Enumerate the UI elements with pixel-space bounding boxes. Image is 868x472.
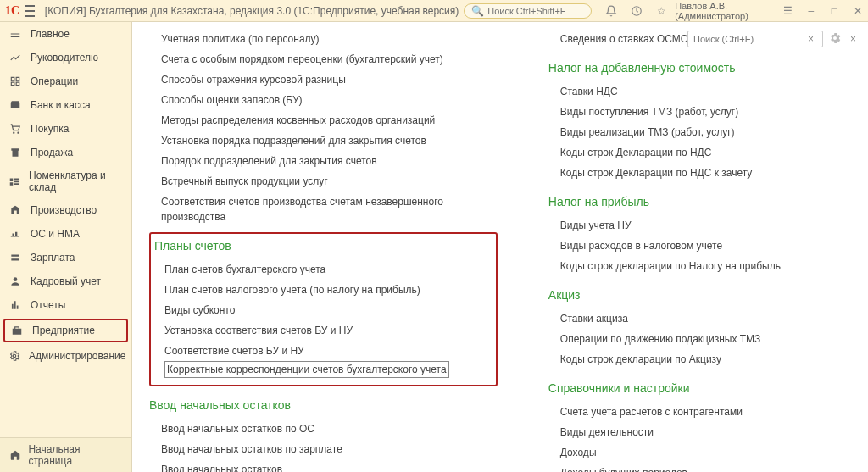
home-icon	[8, 448, 21, 462]
group-title: Акциз	[548, 288, 851, 302]
link[interactable]: Коды строк Декларации по НДС	[548, 142, 851, 163]
link[interactable]: Способы отражения курсовой разницы	[149, 69, 498, 90]
link[interactable]: Методы распределения косвенных расходов …	[149, 110, 498, 130]
link[interactable]: Учетная политика (по персоналу)	[149, 29, 498, 49]
svg-point-2	[18, 132, 19, 133]
nav-label: Руководителю	[31, 52, 98, 64]
link[interactable]: Ввод начальных остатков	[149, 459, 498, 472]
link[interactable]: Виды деятельности	[548, 422, 851, 442]
link[interactable]: Ставки НДС	[548, 81, 851, 102]
close-panel-icon[interactable]: ×	[850, 33, 856, 45]
global-search[interactable]: 🔍	[464, 3, 592, 19]
user-name[interactable]: Павлов А.В. (Администратор)	[675, 1, 769, 21]
link[interactable]: Виды расходов в налоговом учете	[548, 236, 851, 256]
clear-search-icon[interactable]: ×	[804, 33, 817, 45]
nav-icon-2	[8, 75, 22, 88]
content-search-input[interactable]	[693, 34, 804, 44]
group-title: Планы счетов	[154, 239, 491, 253]
link[interactable]: Соответствие счетов БУ и НУ	[153, 341, 491, 361]
nav-icon-10	[8, 275, 22, 288]
link[interactable]: Ввод начальных остатков по зарплате	[149, 439, 498, 459]
nav-item-7[interactable]: Производство	[0, 198, 131, 222]
search-icon: 🔍	[471, 5, 484, 17]
link[interactable]: Ввод начальных остатков по ОС	[149, 419, 498, 439]
link[interactable]: Виды реализации ТМЗ (работ, услуг)	[548, 122, 851, 142]
link[interactable]: Операции по движению подакцизных ТМЗ	[548, 329, 851, 349]
link[interactable]: План счетов бухгалтерского учета	[153, 259, 491, 280]
nav-item-1[interactable]: Руководителю	[0, 46, 131, 69]
nav-item-9[interactable]: Зарплата	[0, 246, 131, 269]
link[interactable]: Доходы	[548, 442, 851, 463]
nav-item-5[interactable]: Продажа	[0, 141, 131, 164]
nav-item-8[interactable]: ОС и НМА	[0, 222, 131, 246]
link[interactable]: Встречный выпуск продукции услуг	[149, 171, 498, 192]
global-search-input[interactable]	[487, 6, 584, 16]
star-icon[interactable]: ☆	[656, 4, 666, 18]
nav-item-4[interactable]: Покупка	[0, 117, 131, 141]
nav-label: Покупка	[31, 123, 69, 135]
history-icon[interactable]	[631, 4, 643, 18]
link[interactable]: Доходы будущих периодов	[548, 463, 851, 472]
link[interactable]: Соответствия счетов производства счетам …	[149, 192, 498, 227]
gear-icon[interactable]	[828, 31, 842, 47]
nav-icon-12	[10, 324, 24, 337]
link[interactable]: Счета учета расчетов с контрагентами	[548, 402, 851, 422]
link[interactable]: Установка порядка подразделений для закр…	[149, 130, 498, 151]
nav-label: Банк и касса	[31, 99, 91, 111]
nav-item-12[interactable]: Предприятие	[3, 319, 128, 342]
nav-label: Отчеты	[31, 299, 65, 311]
home-label: Начальная страница	[28, 443, 123, 467]
svg-point-4	[13, 354, 16, 358]
nav-item-6[interactable]: Номенклатура и склад	[0, 164, 131, 198]
close-window-icon[interactable]: ✕	[853, 4, 863, 18]
nav-icon-1	[8, 51, 22, 64]
minimize-icon[interactable]: –	[806, 4, 816, 18]
link[interactable]: Установка соответствия счетов БУ и НУ	[153, 320, 491, 341]
link[interactable]: План счетов налогового учета (по налогу …	[153, 280, 491, 300]
nav-item-3[interactable]: Банк и касса	[0, 93, 131, 117]
maximize-icon[interactable]: □	[830, 4, 840, 18]
lines-icon[interactable]: ☰	[782, 4, 793, 18]
nav-label: Администрирование	[29, 350, 125, 362]
content-area: × × Учетная политика (по персоналу)Счета…	[132, 22, 868, 472]
nav-item-2[interactable]: Операции	[0, 69, 131, 93]
nav-icon-9	[8, 251, 22, 264]
nav-item-13[interactable]: Администрирование	[0, 344, 131, 368]
nav-item-11[interactable]: Отчеты	[0, 293, 131, 317]
nav-label: Главное	[31, 28, 70, 40]
link[interactable]: Способы оценки запасов (БУ)	[149, 90, 498, 110]
menu-icon[interactable]	[25, 5, 35, 17]
link[interactable]: Порядок подразделений для закрытия счето…	[149, 151, 498, 171]
nav-label: Номенклатура и склад	[29, 169, 123, 193]
sidebar: ГлавноеРуководителюОперацииБанк и кассаП…	[0, 22, 132, 472]
link[interactable]: Виды субконто	[153, 300, 491, 320]
nav-label: Кадровый учет	[31, 275, 101, 287]
link[interactable]: Коды строк декларации по Налогу на прибы…	[548, 256, 851, 276]
nav-icon-13	[8, 349, 20, 363]
link[interactable]: Счета с особым порядком переоценки (бухг…	[149, 49, 498, 69]
svg-point-3	[14, 277, 18, 281]
window-title: [КОПИЯ] Бухгалтерия для Казахстана, реда…	[45, 5, 459, 17]
nav-item-10[interactable]: Кадровый учет	[0, 269, 131, 293]
nav-icon-5	[8, 146, 22, 159]
highlighted-link[interactable]: Корректные корреспонденции счетов бухгал…	[164, 361, 449, 378]
svg-point-1	[14, 132, 14, 133]
group-title: Налог на добавленную стоимость	[548, 61, 851, 75]
group-title: Налог на прибыль	[548, 195, 851, 208]
link[interactable]: Коды строк декларации по Акцизу	[548, 349, 851, 369]
nav-label: ОС и НМА	[31, 228, 80, 240]
nav-icon-6	[8, 175, 20, 188]
nav-item-0[interactable]: Главное	[0, 22, 131, 46]
link[interactable]: Виды поступления ТМЗ (работ, услуг)	[548, 102, 851, 122]
nav-label: Операции	[31, 75, 78, 87]
group-title: Справочники и настройки	[548, 381, 851, 395]
nav-icon-11	[8, 298, 22, 312]
bell-icon[interactable]	[605, 4, 617, 18]
home-nav[interactable]: Начальная страница	[0, 437, 131, 472]
link[interactable]: Ставки акциза	[548, 308, 851, 329]
link[interactable]: Коды строк Декларации по НДС к зачету	[548, 163, 851, 183]
nav-icon-3	[8, 98, 22, 112]
nav-label: Предприятие	[32, 325, 95, 336]
link[interactable]: Виды учета НУ	[548, 215, 851, 236]
content-search[interactable]: ×	[687, 31, 823, 47]
